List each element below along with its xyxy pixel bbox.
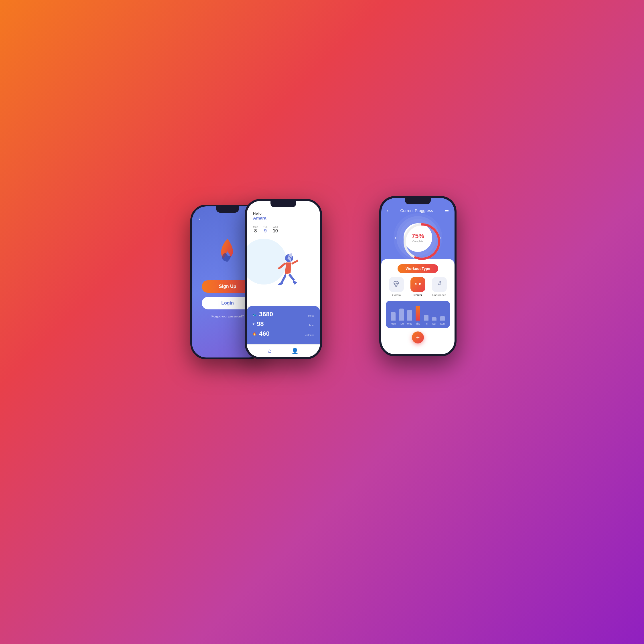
bar-sat-fill (432, 317, 436, 321)
workout-type-endurance[interactable]: Endurance (432, 277, 447, 297)
endurance-icon (436, 280, 443, 289)
stat-calories: 🔥 460 calories (252, 330, 314, 337)
profile-nav-icon[interactable]: 👤 (291, 347, 299, 354)
date-wed[interactable]: Wed 10 (273, 226, 278, 234)
bar-sun (440, 316, 445, 321)
greeting-text: Hello (253, 211, 314, 216)
runner-section (247, 236, 320, 306)
workout-card: Workout Type Cardio (381, 259, 455, 354)
bar-wed-fill (407, 310, 412, 321)
notch-left (216, 206, 239, 213)
chart-label-mon: Mon (390, 322, 397, 325)
menu-icon[interactable]: ☰ (445, 208, 449, 213)
chart-label-thu: Thu (414, 322, 421, 325)
bar-thu-fill (416, 306, 420, 321)
day-label-wed: Wed (273, 226, 278, 228)
chart-labels: Mon Tue Wed Thu Fri Sat Sun (389, 322, 447, 325)
bar-tue-fill (399, 309, 404, 321)
date-mon[interactable]: Mon 8 (253, 226, 258, 234)
bottom-nav: ⌂ 👤 (247, 344, 320, 357)
date-num-wed: 10 (273, 228, 278, 234)
power-label: Power (414, 294, 422, 297)
date-row: Mon 8 Tue 9 Wed 10 (247, 223, 320, 236)
cardio-icon (393, 280, 400, 289)
back-arrow-left[interactable]: ‹ (198, 216, 200, 222)
bpm-label: bpm (309, 324, 314, 327)
workout-type-button[interactable]: Workout Type (398, 264, 438, 273)
svg-rect-3 (416, 283, 416, 285)
back-arrow-right[interactable]: ‹ (387, 208, 388, 213)
bar-fri-fill (424, 315, 428, 321)
power-icon (414, 280, 421, 289)
progress-section: ‹ 75% Complete › (381, 216, 455, 259)
date-num-tue: 9 (264, 228, 267, 234)
date-tue[interactable]: Tue 9 (263, 226, 268, 234)
bar-thu (416, 306, 420, 321)
bar-sun-fill (440, 316, 445, 321)
user-name: Amara (253, 216, 314, 220)
progress-nav-left[interactable]: ‹ (392, 235, 399, 241)
notch-right (405, 198, 431, 204)
progress-circle-inner: 75% Complete (404, 223, 432, 252)
flame-icon (216, 237, 239, 263)
chart-label-tue: Tue (398, 322, 405, 325)
stat-bpm: ♥ 98 bpm (252, 320, 314, 328)
chart-section: Mon Tue Wed Thu Fri Sat Sun (386, 301, 450, 328)
bar-fri (424, 315, 428, 321)
endurance-label: Endurance (432, 294, 446, 297)
progress-title: Current Proggress (400, 208, 433, 213)
bpm-value: 98 (257, 320, 309, 328)
workout-type-cardio[interactable]: Cardio (389, 277, 404, 297)
date-num-mon: 8 (254, 228, 257, 234)
cardio-label: Cardio (392, 294, 401, 297)
bar-sat (432, 317, 436, 321)
svg-rect-4 (419, 283, 420, 285)
chart-label-fri: Fri (423, 322, 430, 325)
day-label-mon: Mon (253, 226, 258, 228)
steps-icon: 👟 (252, 312, 257, 316)
phones-container: ‹ Sign Up Login Forgot your password? (193, 193, 451, 451)
phone-right: ‹ Current Proggress ☰ ‹ 75% (379, 196, 457, 356)
phone-right-screen: ‹ Current Proggress ☰ ‹ 75% (381, 198, 455, 354)
bar-wed (407, 310, 412, 321)
bar-mon (391, 312, 396, 321)
svg-point-8 (440, 281, 441, 283)
workout-types-row: Cardio (386, 277, 450, 297)
stat-steps: 👟 3680 steps (252, 311, 314, 318)
chart-label-sun: Sun (439, 322, 446, 325)
cardio-icon-box (389, 277, 404, 292)
progress-nav-right[interactable]: › (436, 235, 444, 241)
calories-value: 460 (259, 330, 305, 337)
heart-icon: ♥ (252, 322, 254, 326)
endurance-icon-box (432, 277, 447, 292)
fab-add-button[interactable]: + (412, 331, 424, 343)
workout-type-power[interactable]: Power (410, 277, 425, 297)
calories-label: calories (305, 334, 314, 337)
svg-rect-5 (416, 284, 419, 284)
progress-circle-bg: 75% Complete (399, 219, 436, 256)
svg-rect-6 (415, 283, 416, 285)
power-icon-box (410, 277, 425, 292)
forgot-password-link[interactable]: Forgot your password? (212, 315, 244, 318)
stats-card: 👟 3680 steps ♥ 98 bpm 🔥 460 calories (247, 306, 320, 344)
steps-label: steps (308, 314, 314, 317)
day-label-tue: Tue (263, 226, 268, 228)
phone-middle: Hello Amara Mon 8 Tue 9 Wed 10 (245, 199, 322, 359)
home-nav-icon[interactable]: ⌂ (268, 347, 272, 354)
chart-bars (389, 305, 447, 321)
bar-mon-fill (391, 312, 396, 321)
notch-middle (270, 201, 296, 207)
chart-label-sat: Sat (431, 322, 438, 325)
progress-ring-svg (399, 219, 445, 264)
phone-middle-screen: Hello Amara Mon 8 Tue 9 Wed 10 (247, 201, 320, 357)
steps-value: 3680 (259, 311, 308, 318)
progress-circle-wrap: 75% Complete (399, 219, 436, 256)
bar-tue (399, 309, 404, 321)
svg-rect-7 (420, 283, 421, 285)
chart-label-wed: Wed (406, 322, 413, 325)
runner-figure (258, 242, 309, 300)
calories-icon: 🔥 (252, 332, 257, 336)
